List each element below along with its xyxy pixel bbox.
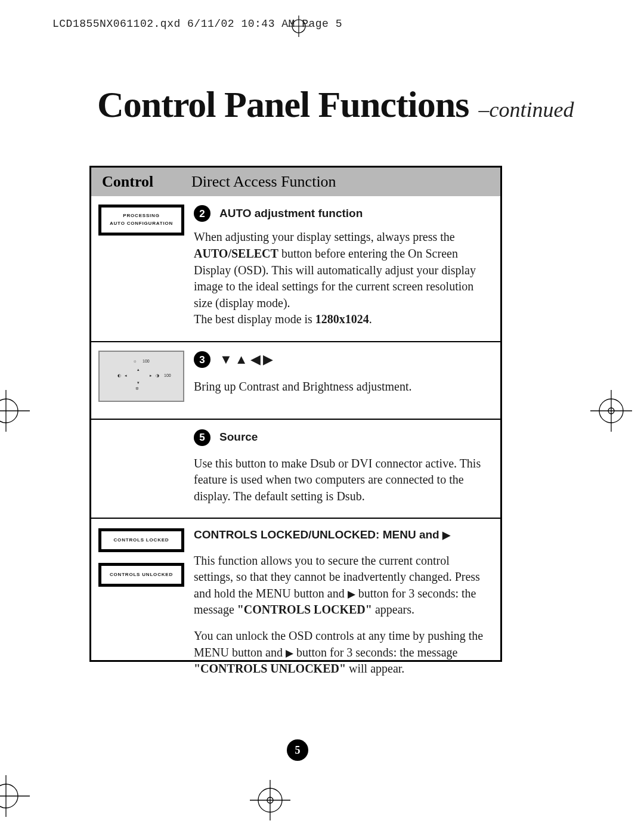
cell-desc-source: 5 Source Use this button to make Dsub or… [191,420,500,518]
cell-control-auto: PROCESSING AUTO CONFIGURATION [91,196,191,341]
arrow-up-icon: ▴ [137,367,140,372]
row-controls-lock: CONTROLS LOCKED CONTROLS UNLOCKED CONTRO… [91,518,500,690]
crop-mark-left-icon [0,390,30,432]
title-main: Control Panel Functions [97,84,469,125]
cell-control-source [91,420,191,518]
contrast-left-icon: ◐ [117,373,121,378]
arrow-left-icon: ◂ [125,373,127,378]
step-badge-3: 3 [194,351,210,368]
title-continued: –continued [478,98,574,122]
right-arrow-icon: ▶ [348,589,355,600]
section-title-source: Source [219,431,258,443]
cell-control-lock: CONTROLS LOCKED CONTROLS UNLOCKED [91,519,191,690]
lock-paragraph-2: You can unlock the OSD controls at any t… [194,628,491,677]
crop-mark-bottom-mid-icon [250,780,290,820]
row-auto-adjust: PROCESSING AUTO CONFIGURATION 2 AUTO adj… [91,196,500,341]
right-arrow-icon: ▶ [286,648,293,659]
cell-desc-cb: 3 ▼▲◀▶ Bring up Contrast and Brightness … [191,342,500,419]
arrow-down-icon: ▾ [137,380,140,385]
brightness-value: 100 [143,359,150,363]
content-frame: Control Direct Access Function PROCESSIN… [89,166,502,662]
auto-paragraph-1: When adjusting your display settings, al… [194,229,491,311]
source-paragraph: Use this button to make Dsub or DVI conn… [194,456,491,505]
right-arrow-icon: ▶ [442,529,450,541]
osd-locked-panel: CONTROLS LOCKED [98,528,184,552]
osd-label-unlocked: CONTROLS UNLOCKED [110,571,173,579]
row-source: 5 Source Use this button to make Dsub or… [91,419,500,518]
arrow-right-icon: ▸ [150,373,152,378]
page-number: 5 [287,739,308,761]
row-contrast-brightness: ☼ 100 ▴ ◐ ◂ ▸ ◑ 100 ▾ ✲ 3 ▼▲◀▶ Bring up … [91,341,500,419]
auto-paragraph-2: The best display mode is 1280x1024. [194,311,491,328]
osd-processing-panel: PROCESSING AUTO CONFIGURATION [98,205,184,236]
nav-arrows-icon: ▼▲◀▶ [219,352,275,367]
settings-icon: ✲ [135,386,139,391]
osd-label-autoconfig: AUTO CONFIGURATION [110,220,173,228]
page-title: Control Panel Functions –continued [97,83,574,126]
osd-adjust-panel: ☼ 100 ▴ ◐ ◂ ▸ ◑ 100 ▾ ✲ [98,351,184,402]
cb-paragraph: Bring up Contrast and Brightness adjustm… [194,379,491,395]
col-header-function: Direct Access Function [191,173,500,191]
osd-label-locked: CONTROLS LOCKED [114,537,169,544]
crop-mark-bottom-left-icon [0,775,30,817]
table-header-row: Control Direct Access Function [91,168,500,196]
col-header-control: Control [91,173,191,191]
section-title-lock: CONTROLS LOCKED/UNLOCKED: MENU and ▶ [194,527,491,543]
cell-control-cb: ☼ 100 ▴ ◐ ◂ ▸ ◑ 100 ▾ ✲ [91,342,191,419]
crop-mark-top-icon [288,16,309,37]
cell-desc-lock: CONTROLS LOCKED/UNLOCKED: MENU and ▶ Thi… [191,519,500,690]
contrast-value: 100 [164,373,171,377]
step-badge-5: 5 [194,429,210,446]
osd-unlocked-panel: CONTROLS UNLOCKED [98,563,184,587]
contrast-right-icon: ◑ [156,373,159,378]
lock-paragraph-1: This function allows you to secure the c… [194,553,491,618]
page: LCD1855NX061102.qxd 6/11/02 10:43 AM Pag… [0,0,644,833]
cell-desc-auto: 2 AUTO adjustment function When adjustin… [191,196,500,341]
section-title-auto: AUTO adjustment function [219,207,363,219]
osd-label-processing: PROCESSING [123,212,159,220]
step-badge-2: 2 [194,205,210,222]
crop-mark-right-icon [590,390,632,432]
brightness-icon: ☼ [133,359,137,363]
